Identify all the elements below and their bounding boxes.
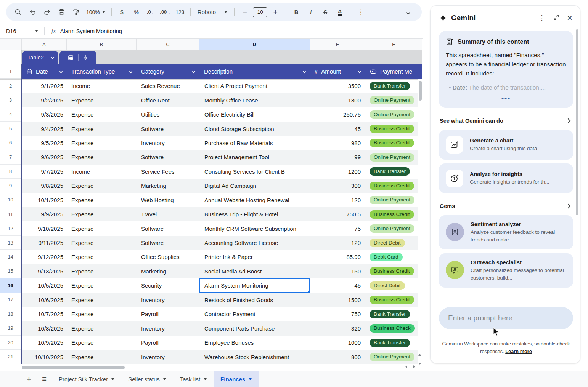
cell-transaction-type[interactable]: Expense — [67, 179, 137, 193]
close-icon[interactable]: × — [567, 13, 572, 22]
cell-payment-method[interactable]: Business Credit — [365, 136, 422, 150]
font-family-select[interactable]: Roboto — [194, 9, 230, 15]
selected-cell[interactable]: Alarm System Monitoring — [199, 278, 310, 293]
cell-category[interactable]: Software — [137, 221, 199, 235]
cell-category[interactable]: Office Rent — [137, 93, 199, 107]
cell-transaction-type[interactable]: Expense — [67, 207, 137, 221]
cell-payment-method[interactable]: Business Credit — [365, 122, 422, 136]
cell-category[interactable]: Security — [137, 278, 199, 293]
row-number[interactable]: 7 — [0, 150, 22, 164]
cell-description[interactable]: Monthly Office Lease — [199, 93, 310, 107]
row-number[interactable]: 20 — [0, 336, 22, 350]
sheet-tab-finances[interactable]: Finances — [214, 371, 259, 387]
cell-transaction-type[interactable]: Expense — [67, 321, 137, 335]
cell-amount[interactable]: 750 — [310, 307, 365, 321]
cell-category[interactable]: Marketing — [137, 179, 199, 193]
cell-category[interactable]: Web Hosting — [137, 193, 199, 207]
cell-transaction-type[interactable]: Expense — [67, 150, 137, 164]
row-number[interactable]: 1 — [0, 64, 22, 79]
cell-transaction-type[interactable]: Expense — [67, 278, 137, 293]
cell-description[interactable]: Printer Ink & Paper — [199, 250, 310, 264]
cell-date[interactable]: 10/7/2025 — [22, 307, 67, 321]
cell-payment-method[interactable]: Debit Card — [365, 250, 422, 264]
cell-category[interactable]: Inventory — [137, 321, 199, 335]
more-options-icon[interactable]: ⋮ — [354, 6, 367, 19]
increase-font-size-button[interactable]: + — [269, 6, 282, 19]
cell-description[interactable]: Cloud Storage Subscription — [199, 122, 310, 136]
column-header-e[interactable]: E — [310, 39, 365, 50]
cell-date[interactable]: 10/9/2025 — [22, 336, 67, 350]
cell-amount[interactable]: 320 — [310, 321, 365, 335]
zoom-control[interactable]: 100% — [84, 9, 108, 15]
cell-transaction-type[interactable]: Expense — [67, 136, 137, 150]
cell-description[interactable]: Warehouse Stock Replenishment — [199, 350, 310, 364]
search-icon[interactable] — [11, 6, 24, 19]
cell-description[interactable]: Employee Bonuses — [199, 336, 310, 350]
add-sheet-button[interactable]: + — [21, 372, 37, 387]
scroll-down-arrow[interactable] — [418, 363, 421, 365]
cell-transaction-type[interactable]: Expense — [67, 350, 137, 364]
strikethrough-button[interactable]: S — [319, 6, 332, 19]
cell-category[interactable]: Utilities — [137, 107, 199, 122]
cell-description[interactable]: Social Media Ad Boost — [199, 264, 310, 278]
row-number[interactable]: 11 — [0, 207, 22, 221]
learn-more-link[interactable]: Learn more — [505, 349, 532, 354]
panel-more-options-icon[interactable]: ⋮ — [538, 14, 545, 22]
cell-description[interactable]: Digital Ad Campaign — [199, 179, 310, 193]
cell-payment-method[interactable]: Online Payment — [365, 93, 422, 107]
all-sheets-menu-icon[interactable]: ≡ — [37, 372, 52, 387]
row-number[interactable]: 16 — [0, 278, 22, 293]
redo-button[interactable] — [40, 6, 53, 19]
cell-transaction-type[interactable]: Expense — [67, 122, 137, 136]
cell-description[interactable]: Purchase of Raw Materials — [199, 136, 310, 150]
bold-button[interactable]: B — [290, 6, 303, 19]
table-column-payment-method[interactable]: Payment Me — [365, 64, 422, 79]
cell-payment-method[interactable]: Business Check — [365, 321, 422, 335]
select-all-corner[interactable] — [0, 39, 22, 50]
scroll-right-arrow[interactable] — [413, 365, 415, 368]
currency-format-button[interactable]: $ — [116, 6, 129, 19]
cell-date[interactable]: 9/2/2025 — [22, 93, 67, 107]
cell-payment-method[interactable]: Direct Debit — [365, 278, 422, 293]
undo-button[interactable] — [26, 6, 39, 19]
cell-date[interactable]: 9/11/2025 — [22, 236, 67, 250]
scroll-up-arrow[interactable] — [418, 354, 421, 356]
cell-date[interactable]: 10/8/2025 — [22, 321, 67, 335]
cell-payment-method[interactable]: Business Credit — [365, 207, 422, 221]
row-number[interactable]: 3 — [0, 93, 22, 107]
row-number[interactable]: 21 — [0, 350, 22, 364]
row-number[interactable]: 8 — [0, 165, 22, 179]
analyze-insights-card[interactable]: Analyze for insights Generate insights o… — [439, 163, 573, 193]
cell-transaction-type[interactable]: Income — [67, 165, 137, 179]
font-size-input[interactable]: 10 — [253, 7, 267, 17]
gems-section-header[interactable]: Gems — [440, 203, 571, 209]
cell-category[interactable]: Marketing — [137, 264, 199, 278]
formula-content[interactable]: Alarm System Monitoring — [60, 28, 122, 34]
cell-payment-method[interactable]: Bank Transfer — [365, 165, 422, 179]
cell-date[interactable]: 9/6/2025 — [22, 150, 67, 164]
cell-description[interactable]: Restock of Finished Goods — [199, 293, 310, 307]
cell-amount[interactable]: 99 — [310, 150, 365, 164]
row-number[interactable]: 12 — [0, 221, 22, 235]
more-formats-button[interactable]: 123 — [174, 6, 186, 19]
cell-description[interactable]: Monthly CRM Software Subscription — [199, 221, 310, 235]
cell-payment-method[interactable]: Bank Transfer — [365, 336, 422, 350]
row-number[interactable]: 19 — [0, 321, 22, 335]
cell-amount[interactable]: 1800 — [310, 93, 365, 107]
cell-amount[interactable]: 120 — [310, 236, 365, 250]
cell-date[interactable]: 9/9/2025 — [22, 207, 67, 221]
table-column-description[interactable]: Description — [199, 64, 310, 79]
row-number[interactable]: 13 — [0, 236, 22, 250]
row-number[interactable]: 18 — [0, 307, 22, 321]
italic-button[interactable]: I — [304, 6, 317, 19]
row-number[interactable]: 2 — [0, 79, 22, 93]
cell-description[interactable]: Client A Project Payment — [199, 79, 310, 93]
cell-date[interactable]: 9/12/2025 — [22, 250, 67, 264]
text-color-button[interactable]: A — [338, 8, 342, 16]
table-column-amount[interactable]: # Amount — [310, 64, 365, 79]
row-number[interactable]: 10 — [0, 193, 22, 207]
cell-description[interactable]: Project Management Tool — [199, 150, 310, 164]
cell-date[interactable]: 9/3/2025 — [22, 107, 67, 122]
cell-amount[interactable]: 85.99 — [310, 250, 365, 264]
row-number[interactable]: 15 — [0, 264, 22, 278]
